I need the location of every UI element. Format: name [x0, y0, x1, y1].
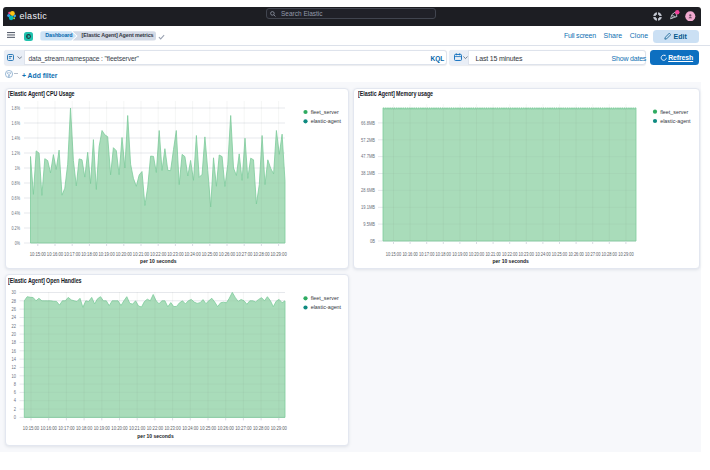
svg-text:per 10 seconds: per 10 seconds — [493, 258, 529, 264]
svg-text:10:29:00: 10:29:00 — [618, 251, 634, 257]
svg-text:10:20:00: 10:20:00 — [469, 251, 485, 257]
svg-text:elastic-agent: elastic-agent — [311, 304, 342, 310]
svg-text:28.6MB: 28.6MB — [361, 188, 375, 193]
svg-text:66.8MB: 66.8MB — [361, 121, 375, 126]
svg-text:28: 28 — [12, 299, 17, 304]
svg-text:10:19:00: 10:19:00 — [94, 425, 111, 431]
svg-text:18: 18 — [12, 340, 17, 345]
svg-text:10:16:00: 10:16:00 — [47, 251, 64, 257]
svg-text:10:29:00: 10:29:00 — [270, 251, 287, 257]
svg-text:10:23:00: 10:23:00 — [519, 251, 535, 257]
svg-text:10:16:00: 10:16:00 — [402, 251, 418, 257]
svg-text:10:24:00: 10:24:00 — [182, 425, 199, 431]
svg-text:10:26:00: 10:26:00 — [568, 251, 584, 257]
svg-text:10:15:00: 10:15:00 — [386, 251, 402, 257]
svg-text:10:24:00: 10:24:00 — [184, 251, 201, 257]
svg-text:2: 2 — [14, 407, 16, 412]
svg-text:10:20:00: 10:20:00 — [116, 251, 133, 257]
svg-text:10:25:00: 10:25:00 — [202, 251, 219, 257]
svg-text:10:22:00: 10:22:00 — [502, 251, 518, 257]
svg-text:10:18:00: 10:18:00 — [436, 251, 452, 257]
svg-text:10:24:00: 10:24:00 — [535, 251, 551, 257]
svg-text:per 10 seconds: per 10 seconds — [137, 433, 173, 439]
svg-text:10:15:00: 10:15:00 — [23, 425, 40, 431]
svg-text:10:28:00: 10:28:00 — [253, 251, 270, 257]
svg-text:10:27:00: 10:27:00 — [585, 251, 601, 257]
svg-text:10:25:00: 10:25:00 — [200, 425, 217, 431]
svg-text:10:21:00: 10:21:00 — [485, 251, 501, 257]
svg-text:38.1MB: 38.1MB — [361, 171, 375, 176]
svg-text:10:17:00: 10:17:00 — [58, 425, 75, 431]
svg-text:10:27:00: 10:27:00 — [236, 251, 253, 257]
svg-text:1.4%: 1.4% — [12, 136, 21, 141]
svg-text:16: 16 — [12, 349, 17, 354]
svg-text:20: 20 — [12, 332, 17, 337]
svg-text:elastic-agent: elastic-agent — [311, 118, 342, 124]
svg-text:0.6%: 0.6% — [12, 196, 21, 201]
svg-text:10:26:00: 10:26:00 — [218, 425, 235, 431]
svg-text:9.5MB: 9.5MB — [363, 222, 375, 227]
svg-text:10:19:00: 10:19:00 — [98, 251, 115, 257]
svg-text:10:29:00: 10:29:00 — [271, 425, 288, 431]
svg-text:0.8%: 0.8% — [12, 181, 21, 186]
svg-text:19.1MB: 19.1MB — [361, 205, 375, 210]
svg-text:30: 30 — [12, 290, 17, 295]
svg-text:10:28:00: 10:28:00 — [602, 251, 618, 257]
svg-text:fleet_server: fleet_server — [311, 109, 339, 115]
svg-text:0.2%: 0.2% — [12, 226, 21, 231]
svg-text:10:21:00: 10:21:00 — [133, 251, 150, 257]
svg-text:10:23:00: 10:23:00 — [167, 251, 184, 257]
svg-text:10:21:00: 10:21:00 — [129, 425, 146, 431]
svg-text:57.2MB: 57.2MB — [361, 138, 375, 143]
svg-text:8: 8 — [14, 382, 16, 387]
svg-text:10:25:00: 10:25:00 — [552, 251, 568, 257]
svg-text:12: 12 — [12, 365, 17, 370]
svg-text:10:22:00: 10:22:00 — [147, 425, 164, 431]
svg-text:1%: 1% — [15, 166, 21, 171]
svg-text:22: 22 — [12, 324, 17, 329]
svg-text:10:18:00: 10:18:00 — [81, 251, 98, 257]
svg-text:14: 14 — [12, 357, 17, 362]
svg-text:1.2%: 1.2% — [12, 151, 21, 156]
svg-text:10:16:00: 10:16:00 — [41, 425, 58, 431]
svg-text:10:28:00: 10:28:00 — [253, 425, 270, 431]
svg-text:elastic-agent: elastic-agent — [660, 118, 691, 124]
svg-text:10:23:00: 10:23:00 — [164, 425, 181, 431]
svg-text:10:27:00: 10:27:00 — [235, 425, 252, 431]
svg-text:0.4%: 0.4% — [12, 211, 21, 216]
svg-text:6: 6 — [14, 390, 16, 395]
svg-text:1.6%: 1.6% — [12, 121, 21, 126]
svg-text:26: 26 — [12, 307, 17, 312]
svg-text:24: 24 — [12, 315, 17, 320]
svg-text:0B: 0B — [370, 239, 375, 244]
svg-text:1.8%: 1.8% — [12, 106, 21, 111]
svg-text:0%: 0% — [15, 241, 21, 246]
svg-text:4: 4 — [14, 398, 16, 403]
svg-text:10:26:00: 10:26:00 — [219, 251, 236, 257]
svg-text:10:20:00: 10:20:00 — [111, 425, 128, 431]
svg-text:10:15:00: 10:15:00 — [30, 251, 47, 257]
svg-text:10: 10 — [12, 374, 17, 379]
svg-text:47.7MB: 47.7MB — [361, 154, 375, 159]
svg-text:10:17:00: 10:17:00 — [419, 251, 435, 257]
svg-text:10:17:00: 10:17:00 — [64, 251, 81, 257]
svg-text:fleet_server: fleet_server — [660, 109, 688, 115]
svg-text:10:19:00: 10:19:00 — [452, 251, 468, 257]
svg-text:10:18:00: 10:18:00 — [76, 425, 93, 431]
svg-text:per 10 seconds: per 10 seconds — [140, 258, 176, 264]
svg-text:0: 0 — [14, 415, 16, 420]
svg-text:10:22:00: 10:22:00 — [150, 251, 167, 257]
svg-text:fleet_server: fleet_server — [311, 295, 339, 301]
